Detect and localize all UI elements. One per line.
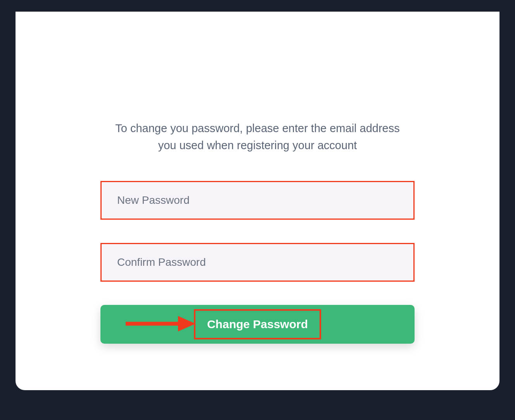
button-label: Change Password	[207, 318, 308, 330]
confirm-password-input[interactable]	[100, 243, 415, 282]
instruction-text: To change you password, please enter the…	[106, 120, 409, 154]
change-password-button[interactable]: Change Password	[100, 305, 415, 344]
change-password-form: Change Password	[100, 181, 415, 344]
new-password-input[interactable]	[100, 181, 415, 220]
arrow-right-icon	[126, 314, 195, 335]
change-password-card: To change you password, please enter the…	[16, 12, 499, 390]
svg-marker-1	[178, 316, 195, 332]
button-highlight-box: Change Password	[194, 309, 321, 339]
